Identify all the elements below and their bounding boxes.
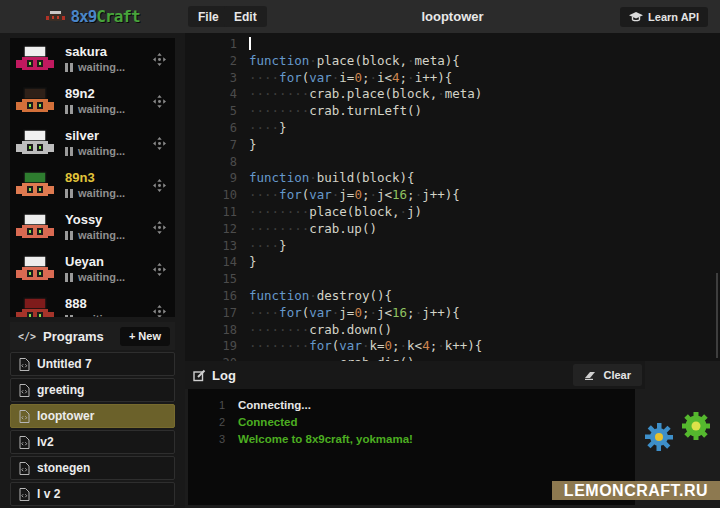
code-token: var: [339, 338, 362, 353]
move-icon[interactable]: [153, 53, 167, 66]
app-window: 8x9Craft File Edit looptower Learn API s…: [0, 0, 720, 508]
code-line[interactable]: 13····}: [185, 238, 720, 255]
robot-icon: [16, 129, 54, 157]
log-line-number: 2: [188, 416, 225, 428]
code-text: ····for(var·j=0;·j<16;·j++){: [249, 305, 460, 322]
code-editor[interactable]: 12function·place(block,·meta){3····for(v…: [185, 33, 720, 361]
move-icon[interactable]: [153, 95, 167, 108]
log-message: Connecting...: [238, 399, 311, 411]
player-status-label: waiting...: [78, 187, 125, 199]
code-line[interactable]: 18········crab.down(): [185, 322, 720, 339]
code-line[interactable]: 17····for(var·j=0;·j<16;·j++){: [185, 305, 720, 322]
line-number: 11: [185, 204, 237, 221]
player-row[interactable]: silverwaiting...: [10, 122, 175, 164]
player-status: waiting...: [65, 313, 153, 317]
program-label: stonegen: [37, 461, 90, 475]
code-line[interactable]: 10····for(var·j=0;·j<16;·j++){: [185, 187, 720, 204]
code-token: var: [309, 305, 332, 320]
robot-icon: [16, 213, 54, 241]
move-icon[interactable]: [153, 137, 167, 150]
code-line[interactable]: 19········for(var·k=0;·k<4;·k++){: [185, 338, 720, 355]
program-label: looptower: [37, 409, 94, 423]
pause-icon: [65, 147, 73, 156]
player-row[interactable]: 89n3waiting...: [10, 164, 175, 206]
line-number: 10: [185, 187, 237, 204]
watermark-banner: LEMONCRAFT.RU: [552, 481, 720, 500]
code-line[interactable]: 6····}: [185, 120, 720, 137]
code-line[interactable]: 5········crab.turnLeft(): [185, 103, 720, 120]
clear-log-button[interactable]: Clear: [573, 364, 642, 386]
player-status: waiting...: [65, 103, 153, 115]
move-icon[interactable]: [153, 305, 167, 318]
program-item[interactable]: l v 2: [10, 482, 175, 506]
app-logo: 8x9Craft: [0, 0, 185, 33]
code-token: ········place(block,·j): [249, 204, 422, 219]
code-file-icon: [19, 384, 30, 397]
code-token: ·k=: [362, 338, 385, 353]
log-header: Log Clear: [185, 361, 645, 389]
code-text: ····}: [249, 238, 287, 255]
code-line[interactable]: 8: [185, 154, 720, 171]
code-token: }: [249, 137, 257, 152]
code-line[interactable]: 16function·destroy(){: [185, 288, 720, 305]
code-line[interactable]: 14}: [185, 254, 720, 271]
code-line[interactable]: 2function·place(block,·meta){: [185, 53, 720, 70]
code-text: ········place(block,·j): [249, 204, 422, 221]
player-name: 89n3: [65, 171, 153, 185]
code-text: function·place(block,·meta){: [249, 53, 460, 70]
code-token: ·place(block,·meta){: [309, 53, 460, 68]
player-name: silver: [65, 129, 153, 143]
move-icon[interactable]: [153, 221, 167, 234]
code-token: ;·k++){: [430, 338, 483, 353]
code-token: for: [279, 70, 302, 85]
learn-api-label: Learn API: [648, 11, 699, 23]
programs-header-label: Programs: [43, 329, 120, 344]
player-status-label: waiting...: [78, 145, 125, 157]
player-status-label: waiting...: [78, 61, 125, 73]
code-line[interactable]: 3····for(var·i=0;·i<4;·i++){: [185, 70, 720, 87]
player-row[interactable]: sakurawaiting...: [10, 38, 175, 80]
line-number: 3: [185, 70, 237, 87]
editor-scrollbar[interactable]: [716, 273, 718, 358]
line-number: 15: [185, 271, 237, 288]
code-token: ;·j++){: [407, 187, 460, 202]
code-line[interactable]: 1: [185, 36, 720, 53]
code-token: ········crab.turnLeft(): [249, 103, 422, 118]
line-number: 9: [185, 170, 237, 187]
player-row[interactable]: Yossywaiting...: [10, 206, 175, 248]
player-row[interactable]: 888waiting...: [10, 290, 175, 317]
player-list: sakurawaiting...89n2waiting...silverwait…: [10, 38, 175, 317]
log-entry: 2Connected: [188, 413, 635, 430]
code-line[interactable]: 15: [185, 271, 720, 288]
learn-api-button[interactable]: Learn API: [620, 7, 708, 27]
player-row[interactable]: 89n2waiting...: [10, 80, 175, 122]
player-name: Ueyan: [65, 255, 153, 269]
clear-log-label: Clear: [603, 369, 631, 381]
player-status-label: waiting...: [78, 103, 125, 115]
program-item[interactable]: looptower: [10, 404, 175, 428]
player-info: sakurawaiting...: [65, 45, 153, 73]
code-line[interactable]: 11········place(block,·j): [185, 204, 720, 221]
code-line[interactable]: 7}: [185, 137, 720, 154]
code-token: ;·j<: [362, 187, 392, 202]
player-status: waiting...: [65, 145, 153, 157]
program-item[interactable]: greeting: [10, 378, 175, 402]
code-token: for: [309, 338, 332, 353]
code-token: for: [279, 187, 302, 202]
move-icon[interactable]: [153, 179, 167, 192]
top-bar: 8x9Craft File Edit looptower Learn API: [0, 0, 720, 33]
pause-icon: [65, 63, 73, 72]
code-line[interactable]: 12········crab.up(): [185, 221, 720, 238]
program-item[interactable]: stonegen: [10, 456, 175, 480]
robot-icon: [16, 297, 54, 317]
code-token: ········: [249, 338, 309, 353]
program-item[interactable]: Untitled 7: [10, 352, 175, 376]
new-program-button[interactable]: + New: [120, 327, 170, 346]
code-line[interactable]: 9function·build(block){: [185, 170, 720, 187]
player-row[interactable]: Ueyanwaiting...: [10, 248, 175, 290]
line-number: 17: [185, 305, 237, 322]
code-line[interactable]: 4········crab.place(block,·meta): [185, 86, 720, 103]
move-icon[interactable]: [153, 263, 167, 276]
program-item[interactable]: lv2: [10, 430, 175, 454]
program-label: Untitled 7: [37, 357, 92, 371]
